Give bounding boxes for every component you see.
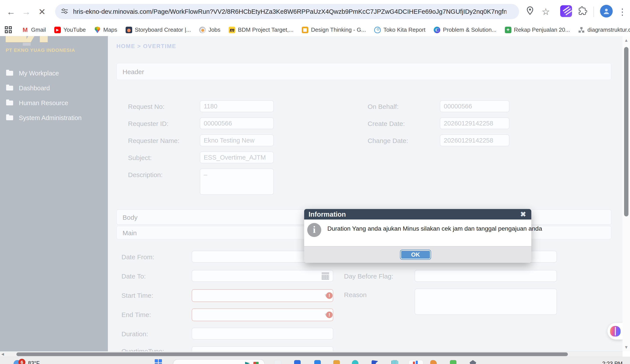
- bookmark-jobs[interactable]: Jobs: [199, 26, 220, 33]
- dialog-body: i Duration Yang anda ajukan Minus silaka…: [304, 220, 531, 246]
- temperature-text[interactable]: 83°F: [28, 360, 40, 364]
- calendar-icon[interactable]: [322, 272, 329, 280]
- kebab-menu-icon[interactable]: ⋮: [617, 6, 628, 17]
- create-date-input[interactable]: [440, 117, 510, 129]
- extensions-puzzle-icon[interactable]: [577, 6, 588, 17]
- breadcrumb[interactable]: HOME > OVERTIME: [116, 43, 176, 50]
- ok-button[interactable]: OK: [400, 250, 431, 260]
- requester-id-label: Requester ID:: [128, 120, 168, 127]
- start-time-label: Start Time:: [122, 292, 153, 299]
- stop-icon[interactable]: ✕: [36, 6, 48, 18]
- taskbar-search[interactable]: [173, 359, 265, 364]
- request-no-label: Request No:: [128, 103, 164, 110]
- bookmark-drawio[interactable]: diagramstruktur.dra...: [578, 26, 630, 33]
- taskbar-app-5[interactable]: [352, 360, 358, 364]
- back-icon[interactable]: ←: [5, 6, 17, 18]
- bookmark-canva[interactable]: C Problem & Solution...: [434, 26, 496, 33]
- taskbar-app-active[interactable]: [409, 360, 423, 364]
- on-behalf-input[interactable]: [440, 100, 510, 112]
- bookmark-star-icon[interactable]: ☆: [540, 6, 552, 17]
- main-panel-title: Main: [122, 229, 137, 237]
- horizontal-scroll-thumb[interactable]: [16, 353, 568, 356]
- profile-avatar[interactable]: [600, 5, 613, 17]
- bookmark-gmail[interactable]: M Gmail: [22, 26, 46, 33]
- scroll-left-icon[interactable]: ◀: [1, 352, 4, 356]
- taskbar-app-9[interactable]: [450, 360, 456, 364]
- company-name: PT EKNO YUAG INDONESIA: [6, 47, 75, 53]
- bookmark-storyboard[interactable]: Storyboard Creator |...: [126, 26, 191, 33]
- youtube-icon: ▶: [54, 27, 61, 33]
- jobs-icon: [199, 27, 206, 33]
- reason-label: Reason: [344, 291, 366, 299]
- day-before-flag-input[interactable]: [415, 270, 557, 282]
- bookmark-toko-kita[interactable]: Toko Kita Report: [374, 26, 426, 33]
- apps-grid-icon[interactable]: [5, 26, 12, 34]
- scroll-down-icon[interactable]: ▼: [622, 345, 630, 350]
- taskbar-app-1[interactable]: [274, 360, 281, 364]
- sidebar-item-system-administration[interactable]: System Administration: [0, 112, 108, 124]
- info-icon: i: [307, 223, 321, 237]
- information-dialog: Information ✖ i Duration Yang anda ajuka…: [304, 209, 531, 263]
- description-label: Description:: [128, 171, 162, 179]
- taskbar: 6 83°F 2:23 PM: [0, 357, 630, 364]
- horizontal-scrollbar[interactable]: ◀: [0, 351, 622, 357]
- header-panel-title: Header: [122, 68, 144, 76]
- date-from-label: Date From:: [122, 253, 154, 261]
- header-panel[interactable]: Header: [116, 63, 612, 80]
- reason-textarea[interactable]: [415, 289, 557, 315]
- address-bar[interactable]: hris-ekno-dev.minovais.com/Page/WorkFlow…: [55, 4, 519, 19]
- brain-icon: [610, 326, 620, 337]
- clock-text[interactable]: 2:23 PM: [602, 361, 622, 364]
- end-time-select[interactable]: ▼: [192, 309, 333, 321]
- bookmarks-bar: M Gmail ▶ YouTube Maps Storyboard Creato…: [0, 24, 630, 36]
- forward-icon[interactable]: →: [20, 6, 32, 18]
- requester-name-input[interactable]: [200, 134, 274, 146]
- folder-icon: [6, 71, 13, 76]
- date-to-input[interactable]: [192, 270, 333, 282]
- request-no-input[interactable]: [200, 100, 274, 112]
- extension-badge-icon[interactable]: [560, 5, 572, 17]
- sidebar: PT EKNO YUAG INDONESIA My Workplace Dash…: [0, 36, 108, 351]
- windows-start-icon[interactable]: [155, 359, 162, 364]
- taskbar-app-8[interactable]: [430, 360, 437, 364]
- location-pin-icon[interactable]: [524, 6, 536, 17]
- subject-input[interactable]: [200, 151, 274, 163]
- change-date-input[interactable]: [440, 134, 510, 146]
- bookmark-maps[interactable]: Maps: [94, 26, 117, 33]
- bookmark-youtube[interactable]: ▶ YouTube: [54, 26, 86, 33]
- sidebar-item-dashboard[interactable]: Dashboard: [0, 82, 108, 94]
- vertical-scrollbar[interactable]: ▲ ▼: [622, 36, 630, 351]
- description-textarea[interactable]: –: [200, 169, 274, 195]
- taskbar-app-7[interactable]: [392, 360, 398, 364]
- sheets-icon: +: [505, 27, 512, 33]
- day-before-flag-label: Day Before Flag:: [344, 273, 393, 280]
- taskbar-app-10[interactable]: [470, 360, 476, 364]
- bookmark-design-thinking[interactable]: Design Thinking - G...: [302, 26, 366, 33]
- scroll-up-icon[interactable]: ▲: [622, 38, 630, 43]
- sidebar-item-my-workplace[interactable]: My Workplace: [0, 67, 108, 79]
- dialog-titlebar[interactable]: Information ✖: [304, 209, 531, 220]
- end-time-label: End Time:: [122, 311, 151, 319]
- start-time-select[interactable]: ▼: [192, 289, 333, 302]
- duration-label: Duration:: [122, 330, 148, 338]
- taskbar-app-2[interactable]: [294, 360, 301, 364]
- sidebar-item-human-resource[interactable]: Human Resource: [0, 97, 108, 109]
- miro-icon: m: [229, 27, 235, 33]
- folder-icon: [6, 115, 13, 120]
- duration-input[interactable]: [192, 328, 333, 340]
- change-date-label: Change Date:: [368, 137, 408, 144]
- bookmark-rekap-penjualan[interactable]: + Rekap Penjualan 20...: [505, 26, 570, 33]
- site-controls-icon[interactable]: [61, 7, 68, 16]
- maps-pin-icon: [94, 27, 101, 33]
- toko-kita-icon: [374, 27, 381, 33]
- taskbar-app-3[interactable]: [314, 360, 321, 364]
- taskbar-app-6[interactable]: [372, 360, 378, 364]
- vertical-scroll-thumb[interactable]: [624, 47, 628, 216]
- bookmark-bdm-project[interactable]: m BDM Project Target,...: [229, 26, 294, 33]
- requester-id-input[interactable]: [200, 117, 274, 129]
- gmail-icon: M: [22, 27, 28, 33]
- close-icon[interactable]: ✖: [520, 210, 526, 218]
- search-widget-icon: [245, 362, 250, 364]
- assistant-floating-button[interactable]: [608, 323, 622, 340]
- taskbar-app-4[interactable]: [333, 360, 340, 364]
